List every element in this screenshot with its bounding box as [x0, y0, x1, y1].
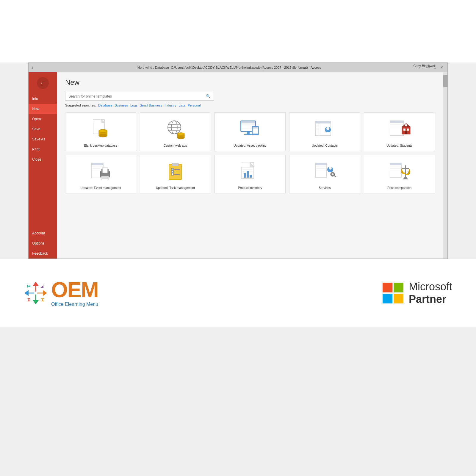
ms-yellow-square	[394, 294, 403, 303]
sidebar-item-print[interactable]: Print	[29, 144, 57, 154]
template-product[interactable]: Product inventory	[214, 155, 286, 193]
access-window: ? Northwind : Database- C:\Users\foulk\D…	[28, 62, 448, 259]
sidebar-item-info[interactable]: Info	[29, 94, 57, 104]
sidebar-item-new[interactable]: New	[29, 104, 57, 114]
template-asset[interactable]: Updated: Asset tracking	[214, 112, 286, 151]
sidebar-spacer	[29, 165, 57, 228]
search-icon[interactable]: 🔍	[203, 92, 214, 100]
svg-marker-106	[27, 298, 30, 301]
suggested-personal[interactable]: Personal	[188, 104, 201, 107]
ms-microsoft-text: Microsoft	[409, 281, 452, 293]
ms-text-block: Microsoft Partner	[409, 281, 452, 306]
template-contacts[interactable]: Updated: Contacts	[289, 112, 360, 151]
template-students[interactable]: Updated: Students	[364, 112, 435, 151]
template-blank[interactable]: Blank desktop database	[65, 112, 136, 151]
svg-point-84	[329, 167, 332, 170]
search-input[interactable]	[65, 93, 203, 100]
svg-rect-48	[405, 131, 407, 134]
ms-green-square	[394, 283, 403, 292]
svg-rect-77	[250, 175, 252, 178]
svg-point-49	[405, 124, 407, 126]
back-button[interactable]: ←	[37, 77, 49, 89]
template-task[interactable]: Updated: Task management	[140, 155, 211, 193]
suggested-business[interactable]: Business	[115, 104, 128, 107]
svg-rect-47	[407, 129, 409, 131]
svg-marker-103	[40, 285, 44, 288]
svg-rect-39	[390, 121, 404, 136]
oem-logo: OEM Office Elearning Menu	[24, 279, 98, 307]
back-arrow-icon: ←	[40, 80, 46, 86]
template-blank-icon	[69, 116, 132, 141]
sidebar-item-save[interactable]: Save	[29, 124, 57, 134]
svg-point-15	[177, 133, 184, 135]
svg-point-95	[402, 173, 405, 174]
suggested-label: Suggested searches:	[65, 104, 96, 107]
template-event[interactable]: Updated: Event management	[65, 155, 136, 193]
svg-rect-46	[403, 129, 405, 131]
template-services-label: Services	[319, 186, 331, 190]
template-event-icon	[69, 159, 132, 184]
template-price-icon	[368, 159, 431, 184]
template-web[interactable]: Custom web app	[140, 112, 211, 151]
suggested-database[interactable]: Database	[98, 104, 112, 107]
suggested-logs[interactable]: Logs	[130, 104, 137, 107]
svg-marker-99	[33, 282, 39, 286]
template-asset-label: Updated: Asset tracking	[234, 144, 267, 147]
sidebar-item-save-as[interactable]: Save As	[29, 134, 57, 144]
template-students-label: Updated: Students	[386, 144, 412, 147]
sidebar: ← Info New Open Save Save As Print Close	[29, 72, 57, 259]
window-body: ← Info New Open Save Save As Print Close	[29, 72, 447, 259]
template-web-icon	[144, 116, 207, 141]
template-contacts-label: Updated: Contacts	[312, 144, 338, 147]
svg-rect-40	[390, 121, 404, 123]
ms-red-square	[383, 283, 392, 292]
svg-point-96	[405, 174, 409, 175]
svg-point-5	[99, 134, 107, 137]
sidebar-item-close[interactable]: Close	[29, 154, 57, 165]
ms-blue-square	[383, 294, 392, 303]
svg-rect-89	[390, 163, 401, 165]
svg-rect-60	[103, 167, 107, 173]
svg-marker-100	[43, 290, 47, 296]
close-button[interactable]: ✕	[439, 65, 444, 70]
sidebar-item-feedback[interactable]: Feedback	[29, 248, 57, 259]
oem-subtext: Office Elearning Menu	[51, 302, 98, 307]
suggested-industry[interactable]: Industry	[165, 104, 176, 107]
template-product-icon	[218, 159, 282, 184]
template-product-label: Product inventory	[238, 186, 262, 190]
template-task-label: Updated: Task management	[156, 186, 195, 190]
svg-rect-68	[171, 173, 173, 175]
template-services[interactable]: Services	[289, 155, 360, 193]
suggested-small-business[interactable]: Small Business	[140, 104, 162, 107]
suggested-lists[interactable]: Lists	[178, 104, 185, 107]
svg-rect-24	[247, 131, 250, 134]
svg-point-86	[332, 173, 333, 175]
svg-rect-2	[93, 120, 101, 123]
scrollbar-thumb[interactable]	[443, 75, 447, 87]
template-price[interactable]: Price comparison	[364, 155, 435, 193]
svg-point-38	[326, 127, 329, 130]
template-web-label: Custom web app	[164, 144, 187, 147]
sidebar-item-options[interactable]: Options	[29, 238, 57, 248]
sidebar-item-open[interactable]: Open	[29, 114, 57, 124]
scrollbar[interactable]	[443, 72, 447, 259]
oem-text: OEM	[51, 279, 98, 300]
svg-point-6	[99, 129, 107, 132]
sidebar-item-account[interactable]: Account	[29, 228, 57, 238]
svg-rect-28	[253, 127, 258, 129]
svg-rect-98	[403, 178, 408, 179]
template-grid: Blank desktop database	[65, 112, 435, 193]
svg-rect-76	[247, 171, 249, 178]
template-contacts-icon	[293, 116, 356, 141]
svg-rect-58	[102, 177, 108, 178]
search-bar: 🔍	[65, 92, 214, 101]
main-content: New 🔍 Suggested searches: Database Busin…	[57, 72, 443, 259]
svg-rect-36	[319, 121, 331, 123]
oem-text-block: OEM Office Elearning Menu	[51, 279, 98, 307]
page-title: New	[65, 78, 435, 87]
ms-grid-icon	[383, 283, 403, 303]
svg-rect-23	[241, 121, 255, 123]
template-students-icon	[368, 116, 431, 141]
oem-arrows-icon	[24, 281, 48, 305]
help-icon[interactable]: ?	[32, 65, 34, 70]
